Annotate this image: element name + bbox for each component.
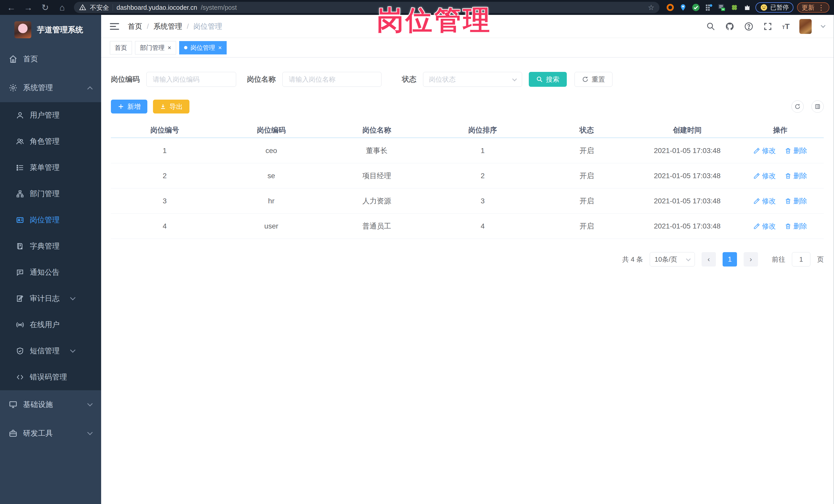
sidebar-item-label: 菜单管理 [30,162,60,173]
sidebar-item-sms-management[interactable]: 短信管理 [0,338,101,364]
sidebar-item-role-management[interactable]: 角色管理 [0,128,101,155]
tab-post-management[interactable]: 岗位管理 × [179,41,227,54]
export-button[interactable]: 导出 [153,100,190,113]
search-icon[interactable] [706,22,716,31]
sidebar-item-notice-announcement[interactable]: 通知公告 [0,259,101,285]
font-size-icon[interactable]: TT [782,22,790,31]
extension-white-puzzle-icon[interactable] [743,3,752,12]
delete-link[interactable]: 删除 [785,196,807,206]
extension-list-green-icon[interactable] [717,3,726,12]
sidebar-item-error-code-management[interactable]: 错误码管理 [0,364,101,390]
users-icon [16,137,24,146]
post-name: 项目经理 [324,171,430,181]
not-secure-warning-icon [79,4,86,11]
close-icon[interactable]: × [168,44,171,51]
sidebar-item-menu-management[interactable]: 菜单管理 [0,155,101,181]
tab-department-management[interactable]: 部门管理 × [135,41,176,54]
refresh-table-button[interactable] [791,101,804,113]
address-bar[interactable]: 不安全 dashboard.yudao.iocoder.cn/system/po… [74,2,659,13]
user-icon [16,111,24,119]
bookmark-star-icon[interactable]: ☆ [648,3,654,12]
column-settings-button[interactable] [811,101,824,113]
next-page-button[interactable]: › [744,252,758,266]
search-button[interactable]: 搜索 [529,72,567,87]
column-header: 操作 [737,125,824,135]
post-id: 2 [111,172,218,180]
close-icon[interactable]: × [218,44,222,51]
update-label: 更新 [802,3,814,12]
delete-link[interactable]: 删除 [785,146,807,155]
extension-blue-pin-icon[interactable] [678,3,688,12]
search-icon [536,76,543,83]
browser-menu-kebab-icon[interactable]: ⋮ [817,3,825,12]
post-id: 4 [111,222,218,230]
post-code: ceo [218,147,324,155]
page-unit-label: 页 [817,255,824,264]
tab-home[interactable]: 首页 [110,41,132,54]
sidebar-item-dev-tools[interactable]: 研发工具 [0,419,101,448]
status-select[interactable]: 岗位状态 [423,72,522,87]
edit-pencil-icon [753,147,760,154]
goto-label: 前往 [772,255,785,264]
post-name-label: 岗位名称 [247,74,276,84]
edit-link[interactable]: 修改 [753,196,776,206]
sidebar-item-post-management[interactable]: 岗位管理 [0,207,101,233]
breadcrumb-system[interactable]: 系统管理 [154,22,182,31]
sidebar-item-infrastructure[interactable]: 基础设施 [0,390,101,419]
post-id: 3 [111,197,218,205]
chevron-down-icon[interactable] [821,23,825,28]
column-header: 创建时间 [638,125,737,135]
search-form: 岗位编码 岗位名称 状态 岗位状态 搜索 重置 [111,72,824,87]
fullscreen-icon[interactable] [763,22,772,31]
browser-forward-icon[interactable]: → [22,0,35,15]
extension-orange-ring-icon[interactable] [665,3,675,12]
extension-green-check-icon[interactable] [691,3,701,12]
browser-update-button[interactable]: 更新 ⋮ [797,2,829,13]
hamburger-icon[interactable] [110,23,120,30]
current-page-button[interactable]: 1 [723,252,737,266]
post-code-label: 岗位编码 [111,74,140,84]
delete-link[interactable]: 删除 [785,171,807,180]
goto-page-input[interactable] [792,252,810,266]
extension-green-clover-icon[interactable] [730,3,739,12]
github-icon[interactable] [725,22,734,31]
sidebar-item-online-users[interactable]: 在线用户 [0,312,101,338]
edit-link[interactable]: 修改 [753,146,776,155]
sidebar-item-label: 岗位管理 [30,215,60,225]
delete-link[interactable]: 删除 [785,222,807,231]
tab-label: 首页 [115,44,127,52]
post-name-input[interactable] [282,72,381,87]
browser-reload-icon[interactable]: ↻ [39,0,52,15]
sidebar-item-user-management[interactable]: 用户管理 [0,102,101,128]
post-code-input[interactable] [146,72,236,87]
page-size-select[interactable]: 10条/页 [650,252,695,266]
column-header: 岗位名称 [324,125,430,135]
paused-extension-badge[interactable]: 已暂停 [755,2,793,13]
sidebar-item-audit-log[interactable]: 审计日志 [0,285,101,312]
browser-home-icon[interactable]: ⌂ [56,0,69,15]
breadcrumb-home[interactable]: 首页 [128,22,142,31]
post-sort: 4 [430,222,536,230]
post-status: 开启 [536,196,638,206]
sidebar-item-dictionary-management[interactable]: 字典管理 [0,233,101,259]
browser-back-icon[interactable]: ← [5,0,18,15]
sidebar-item-system-management[interactable]: 系统管理 [0,73,101,102]
tags-view-bar: 首页 部门管理 × 岗位管理 × [101,38,833,58]
refresh-icon [582,76,589,83]
prev-page-button[interactable]: ‹ [702,252,716,266]
extension-grid-icon[interactable] [704,3,714,12]
sidebar-item-label: 角色管理 [30,136,60,147]
app-logo-row[interactable]: 芋道管理系统 [0,15,101,45]
add-button[interactable]: 新增 [111,100,147,113]
avatar[interactable] [799,19,812,34]
edit-pencil-icon [753,223,760,229]
reset-button[interactable]: 重置 [574,72,613,87]
edit-link[interactable]: 修改 [753,171,776,180]
trash-icon [785,147,791,154]
announcement-icon [16,268,24,277]
help-icon[interactable] [744,22,753,31]
edit-link[interactable]: 修改 [753,222,776,231]
sidebar-item-department-management[interactable]: 部门管理 [0,181,101,207]
sidebar-item-home[interactable]: 首页 [0,45,101,73]
post-name: 董事长 [324,146,430,156]
